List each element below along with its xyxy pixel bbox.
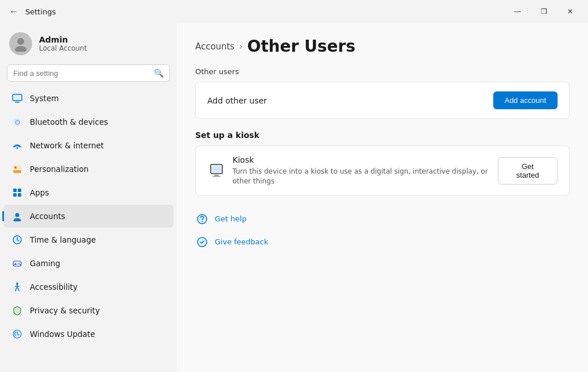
back-button[interactable]: ← [7, 4, 21, 19]
svg-point-15 [14, 218, 21, 222]
kiosk-info: Kiosk Turn this device into a kiosk to u… [233, 155, 498, 186]
sidebar-item-accessibility-label: Accessibility [30, 282, 78, 292]
sidebar-item-personalization-label: Personalization [30, 164, 88, 174]
svg-rect-11 [18, 189, 21, 192]
svg-rect-8 [13, 170, 21, 173]
sidebar-item-network[interactable]: Network & internet [3, 134, 173, 157]
sidebar-item-accessibility[interactable]: Accessibility [3, 275, 173, 298]
setup-kiosk-label: Set up a kiosk [195, 131, 570, 140]
sidebar-item-accounts[interactable]: Accounts [3, 205, 173, 228]
sidebar-item-personalization[interactable]: Personalization [3, 158, 173, 181]
breadcrumb-separator: › [239, 41, 242, 52]
get-help-icon [195, 212, 209, 226]
kiosk-title: Kiosk [233, 155, 498, 164]
sidebar-item-privacy-label: Privacy & security [30, 306, 100, 315]
svg-point-14 [16, 213, 20, 217]
user-name: Admin [39, 35, 87, 44]
sidebar: Admin Local Account 🔍 System ⬡ Bluetooth… [0, 23, 177, 372]
personalization-icon [11, 163, 23, 175]
svg-point-23 [16, 283, 18, 285]
svg-rect-2 [13, 94, 22, 101]
svg-rect-3 [15, 102, 20, 103]
titlebar: ← Settings — ❐ ✕ [0, 0, 588, 23]
svg-point-21 [18, 263, 20, 264]
avatar [9, 32, 32, 55]
help-links: Get help Give feedback [195, 210, 570, 251]
svg-rect-28 [212, 166, 221, 172]
kiosk-card-left: Kiosk Turn this device into a kiosk to u… [207, 155, 498, 186]
svg-rect-12 [13, 193, 17, 197]
svg-point-9 [14, 167, 17, 169]
svg-point-1 [15, 46, 26, 52]
svg-rect-10 [13, 189, 17, 192]
accounts-icon [11, 210, 23, 222]
minimize-button[interactable]: — [504, 2, 531, 21]
titlebar-controls: — ❐ ✕ [504, 2, 583, 21]
sidebar-item-bluetooth[interactable]: ⬡ Bluetooth & devices [3, 110, 173, 133]
app-body: Admin Local Account 🔍 System ⬡ Bluetooth… [0, 23, 588, 372]
get-started-button[interactable]: Get started [498, 157, 558, 185]
app-title: Settings [25, 7, 56, 16]
svg-rect-20 [14, 264, 17, 265]
bluetooth-icon: ⬡ [11, 116, 23, 128]
sidebar-item-gaming-label: Gaming [30, 259, 60, 268]
breadcrumb-link[interactable]: Accounts [195, 41, 234, 52]
search-input[interactable] [13, 69, 149, 78]
sidebar-item-time[interactable]: Time & language [3, 228, 173, 251]
close-button[interactable]: ✕ [557, 2, 583, 21]
sidebar-item-apps-label: Apps [30, 188, 49, 197]
privacy-icon [11, 305, 23, 316]
svg-rect-26 [214, 175, 219, 176]
accessibility-icon [11, 281, 23, 293]
svg-point-30 [202, 221, 203, 222]
sidebar-item-apps[interactable]: Apps [3, 181, 173, 204]
apps-icon [11, 187, 23, 198]
user-sub: Local Account [39, 44, 87, 52]
kiosk-icon [207, 162, 226, 180]
user-profile: Admin Local Account [0, 23, 177, 62]
page-title: Other Users [247, 37, 355, 56]
svg-point-22 [20, 264, 21, 265]
titlebar-left: ← Settings [7, 4, 56, 19]
user-info: Admin Local Account [39, 35, 87, 52]
add-other-user-card: Add other user Add account [195, 82, 570, 119]
update-icon [11, 328, 23, 340]
svg-rect-17 [13, 261, 21, 266]
kiosk-card: Kiosk Turn this device into a kiosk to u… [195, 145, 570, 196]
svg-rect-27 [212, 176, 220, 177]
search-icon: 🔍 [154, 68, 164, 78]
maximize-button[interactable]: ❐ [531, 2, 557, 21]
give-feedback-link[interactable]: Give feedback [195, 233, 570, 251]
network-icon [11, 140, 23, 151]
get-help-label: Get help [215, 214, 246, 223]
sidebar-item-gaming[interactable]: Gaming [3, 252, 173, 275]
sidebar-item-bluetooth-label: Bluetooth & devices [30, 117, 108, 126]
svg-rect-13 [18, 193, 21, 197]
svg-text:⬡: ⬡ [15, 119, 20, 125]
sidebar-nav: System ⬡ Bluetooth & devices Network & i… [0, 86, 177, 346]
kiosk-desc: Turn this device into a kiosk to use as … [233, 167, 498, 186]
breadcrumb: Accounts › Other Users [195, 37, 570, 56]
sidebar-item-network-label: Network & internet [30, 141, 104, 150]
sidebar-item-update-label: Windows Update [30, 329, 95, 339]
other-users-label: Other users [195, 67, 570, 76]
sidebar-item-system-label: System [30, 94, 59, 103]
time-icon [11, 234, 23, 246]
svg-point-6 [17, 147, 18, 149]
give-feedback-label: Give feedback [215, 237, 268, 246]
gaming-icon [11, 258, 23, 269]
sidebar-item-privacy[interactable]: Privacy & security [3, 299, 173, 322]
get-help-link[interactable]: Get help [195, 210, 570, 228]
system-icon [11, 93, 23, 104]
sidebar-item-accounts-label: Accounts [30, 212, 65, 221]
sidebar-item-system[interactable]: System [3, 87, 173, 110]
main-content: Accounts › Other Users Other users Add o… [177, 23, 588, 372]
search-bar: 🔍 [7, 64, 170, 82]
sidebar-item-update[interactable]: Windows Update [3, 323, 173, 346]
give-feedback-icon [195, 235, 209, 249]
sidebar-item-time-label: Time & language [30, 235, 96, 244]
add-account-button[interactable]: Add account [493, 91, 558, 109]
svg-point-0 [17, 38, 24, 45]
add-other-user-text: Add other user [207, 96, 267, 105]
